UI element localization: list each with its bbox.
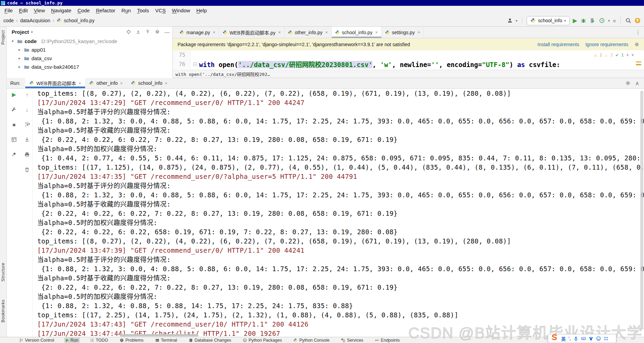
wrench-icon[interactable] <box>10 106 18 113</box>
menu-vcs[interactable]: VCS <box>152 7 169 14</box>
statusbar-run[interactable]: ▶Run <box>64 338 79 343</box>
rerun-button[interactable]: ▶ <box>10 91 18 98</box>
fold-marker-icon[interactable]: − <box>193 62 197 66</box>
menu-navigate[interactable]: Navigate <box>48 7 74 14</box>
statusbar-todo[interactable]: TODO <box>89 338 109 343</box>
menu-code[interactable]: Code <box>75 7 93 14</box>
stripe-structure[interactable]: Structure <box>1 263 5 281</box>
tab-other-info-py[interactable]: other_info.py × <box>285 27 332 38</box>
tab-manage-py[interactable]: manage.py × <box>176 27 219 38</box>
menu-refactor[interactable]: Refactor <box>93 7 118 14</box>
skin-icon[interactable] <box>589 336 593 341</box>
close-icon[interactable]: × <box>325 30 328 35</box>
gear-icon[interactable] <box>634 42 639 47</box>
vertical-scrollbar[interactable] <box>640 91 643 330</box>
tree-row[interactable]: ▸ data_csv-bak240617 <box>7 63 172 71</box>
down-stack-trace-icon[interactable]: ↓ <box>23 106 31 113</box>
next-problem-icon[interactable]: ∨ <box>631 53 634 57</box>
profiler-dropdown-icon[interactable]: ▾ <box>608 19 610 23</box>
restore-layout-icon[interactable] <box>10 136 18 143</box>
statusbar-database-changes[interactable]: Database Changes <box>187 338 233 343</box>
run-button[interactable]: ▶ <box>573 18 577 24</box>
gear-icon[interactable] <box>155 29 160 34</box>
expand-all-icon[interactable] <box>145 29 150 34</box>
ignore-requirements-link[interactable]: Ignore requirements <box>586 42 628 47</box>
weak-warning-icon[interactable]: ⚠ 2 <box>605 52 613 57</box>
up-stack-trace-icon[interactable]: ↑ <box>23 91 31 98</box>
microphone-icon[interactable] <box>574 336 578 341</box>
menu-window[interactable]: Window <box>169 7 193 14</box>
tree-row[interactable]: ▸ app01 <box>7 45 172 54</box>
statusbar-endpoints[interactable]: Endpoints <box>373 338 401 343</box>
print-icon[interactable] <box>23 151 31 158</box>
chevron-collapsed-icon[interactable]: ▸ <box>17 65 22 69</box>
ime-language-mode[interactable]: 英 <box>561 335 566 342</box>
chevron-expanded-icon[interactable]: ▾ <box>10 39 15 43</box>
debug-button[interactable] <box>580 17 587 24</box>
run-tab-web-launch-script[interactable]: WEB界面启动脚本 × <box>25 78 85 88</box>
close-icon[interactable]: × <box>375 30 378 35</box>
hide-panel-icon[interactable]: — <box>165 29 170 35</box>
stripe-project[interactable]: Project <box>1 30 5 44</box>
tab-settings-py[interactable]: settings.py × <box>382 27 424 38</box>
tree-row-root[interactable]: ▾ code D:\Python2025_kaoyan_rec\code <box>7 37 172 45</box>
code-editor[interactable]: 75 76 − with open('../data_csv/研招网院校2023… <box>173 50 644 70</box>
statusbar-services[interactable]: Services <box>340 338 365 343</box>
run-tab-other-info[interactable]: other_info × <box>85 78 127 88</box>
menu-tools[interactable]: Tools <box>134 7 152 14</box>
profiler-button[interactable] <box>599 17 605 24</box>
scroll-to-end-icon[interactable] <box>23 136 31 143</box>
close-icon[interactable]: × <box>165 81 168 86</box>
statusbar-terminal[interactable]: Terminal <box>154 338 179 343</box>
close-icon[interactable]: × <box>120 81 123 86</box>
statusbar-python-console[interactable]: Python Console <box>292 338 331 343</box>
statusbar-python-packages[interactable]: Python Packages <box>241 338 283 343</box>
tab-web-launch-script[interactable]: WEB界面启动脚本.py × <box>219 27 285 38</box>
statusbar-problems[interactable]: Problems <box>118 338 145 343</box>
update-available-icon[interactable] <box>634 17 641 24</box>
close-icon[interactable]: × <box>213 30 215 35</box>
chevron-collapsed-icon[interactable]: ▸ <box>17 56 22 61</box>
breadcrumb-folder[interactable]: dataAcquision <box>20 18 50 23</box>
more-options-icon[interactable]: ⋮ <box>632 27 644 38</box>
run-config-selector[interactable]: school_info ▾ <box>527 16 570 25</box>
close-icon[interactable]: × <box>278 30 281 35</box>
menu-help[interactable]: Help <box>193 7 210 14</box>
coverage-button[interactable] <box>590 17 596 24</box>
horizontal-scrollbar[interactable] <box>120 334 198 337</box>
soft-wrap-icon[interactable] <box>23 121 31 128</box>
ime-menu-icon[interactable] <box>604 336 608 341</box>
menu-edit[interactable]: Edit <box>16 7 31 14</box>
close-icon[interactable]: × <box>78 81 81 86</box>
project-panel-title[interactable]: Project <box>12 29 29 35</box>
user-icon[interactable] <box>507 18 513 23</box>
inspections-ok-icon[interactable]: ✔ 1 <box>616 52 623 57</box>
run-tab-school-info[interactable]: school_info × <box>127 78 171 88</box>
ime-punctuation-mode[interactable]: ’, <box>568 336 571 341</box>
hide-panel-icon[interactable]: ∧ <box>635 80 639 87</box>
close-icon[interactable]: × <box>418 30 420 35</box>
stripe-bookmarks[interactable]: Bookmarks <box>1 300 5 322</box>
tab-school-info-py[interactable]: school_info.py × <box>332 27 382 38</box>
search-everywhere-icon[interactable] <box>625 17 631 24</box>
chevron-down-icon[interactable]: ▾ <box>31 30 33 34</box>
collapse-all-icon[interactable] <box>136 29 141 34</box>
statusbar-version-control[interactable]: Version Control <box>18 338 55 343</box>
clear-all-icon[interactable] <box>23 166 31 173</box>
warning-icon[interactable]: ⚠ 1 <box>594 52 602 57</box>
emoji-icon[interactable] <box>596 336 601 341</box>
gear-icon[interactable] <box>626 81 630 85</box>
keyboard-icon[interactable] <box>581 336 586 341</box>
user-dropdown-icon[interactable]: ▾ <box>516 19 517 23</box>
menu-file[interactable]: File <box>1 7 16 14</box>
prev-problem-icon[interactable]: ∧ <box>627 53 629 57</box>
sogou-logo-icon[interactable] <box>550 333 558 342</box>
breadcrumb-project[interactable]: code <box>3 18 14 23</box>
locate-file-icon[interactable] <box>126 29 131 34</box>
menu-view[interactable]: View <box>31 7 48 14</box>
install-requirements-link[interactable]: Install requirements <box>538 42 579 47</box>
pin-icon[interactable] <box>10 151 18 158</box>
tree-row[interactable]: ▸ data_csv <box>7 54 172 63</box>
breadcrumb-file[interactable]: school_info.py <box>64 18 95 23</box>
menu-run[interactable]: Run <box>118 7 134 14</box>
